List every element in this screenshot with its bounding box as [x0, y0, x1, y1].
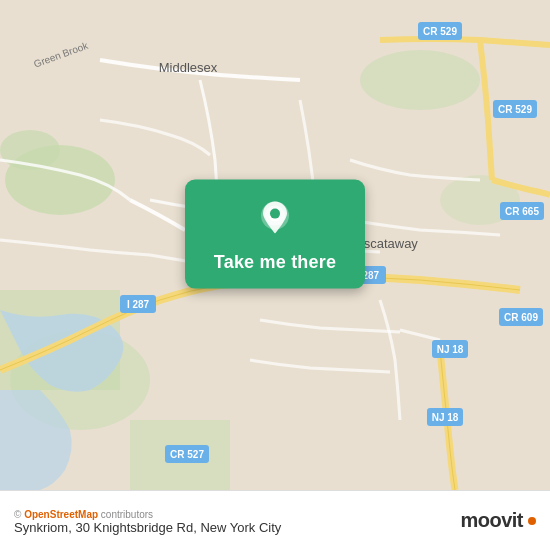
- copyright-symbol: ©: [14, 509, 21, 520]
- svg-point-32: [270, 209, 280, 219]
- svg-text:Middlesex: Middlesex: [159, 60, 218, 75]
- svg-text:NJ 18: NJ 18: [432, 412, 459, 423]
- svg-text:NJ 18: NJ 18: [437, 344, 464, 355]
- moovit-logo: moovit: [460, 509, 536, 532]
- svg-text:CR 665: CR 665: [505, 206, 539, 217]
- osm-credit: © OpenStreetMap contributors: [14, 509, 281, 520]
- svg-text:CR 529: CR 529: [498, 104, 532, 115]
- moovit-dot: [528, 517, 536, 525]
- location-overlay: Take me there: [185, 180, 365, 289]
- take-me-there-button[interactable]: Take me there: [214, 252, 336, 273]
- moovit-logo-text: moovit: [460, 509, 523, 532]
- svg-text:I 287: I 287: [127, 299, 150, 310]
- svg-text:CR 527: CR 527: [170, 449, 204, 460]
- osm-contributors: contributors: [101, 509, 153, 520]
- osm-link[interactable]: OpenStreetMap: [24, 509, 98, 520]
- bottom-bar: © OpenStreetMap contributors Synkriom, 3…: [0, 490, 550, 550]
- svg-point-6: [360, 50, 480, 110]
- svg-text:CR 609: CR 609: [504, 312, 538, 323]
- map-container: CR 529 CR 529 I 287 I 287 CR 665 NJ 18 N…: [0, 0, 550, 490]
- location-pin-icon: [253, 198, 297, 242]
- address-info: © OpenStreetMap contributors Synkriom, 3…: [14, 507, 281, 535]
- svg-text:CR 529: CR 529: [423, 26, 457, 37]
- address-text: Synkriom, 30 Knightsbridge Rd, New York …: [14, 520, 281, 535]
- take-me-there-card[interactable]: Take me there: [185, 180, 365, 289]
